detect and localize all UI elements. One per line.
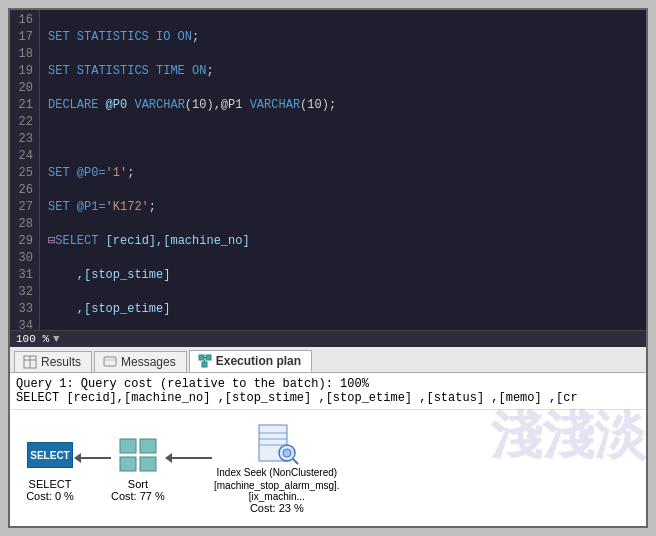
svg-rect-5 — [199, 355, 204, 360]
arrow-1 — [74, 453, 111, 463]
zoom-bar: 100 % ▼ — [10, 330, 646, 347]
svg-rect-7 — [202, 362, 207, 367]
index-seek-label2: [machine_stop_alarm_msg].[ix_machin... — [212, 480, 342, 502]
arrow-line-1 — [81, 457, 111, 459]
index-seek-label: Index Seek (NonClustered) — [217, 467, 338, 478]
tab-messages-label: Messages — [121, 355, 176, 369]
query-cost-line: Query 1: Query cost (relative to the bat… — [16, 377, 640, 391]
tab-results[interactable]: Results — [14, 351, 92, 372]
query-select-line: SELECT [recid],[machine_no] ,[stop_stime… — [16, 391, 640, 405]
zoom-dropdown-icon[interactable]: ▼ — [53, 333, 60, 345]
select-node-label: SELECT — [29, 478, 72, 490]
zoom-level: 100 % — [16, 333, 49, 345]
svg-rect-11 — [140, 439, 156, 453]
index-seek-cost: Cost: 23 % — [250, 502, 304, 514]
arrow-line-2 — [172, 457, 212, 459]
svg-rect-3 — [104, 357, 116, 366]
select-node-cost: Cost: 0 % — [26, 490, 74, 502]
select-node[interactable]: SELECT SELECT Cost: 0 % — [26, 434, 74, 502]
select-icon: SELECT — [26, 434, 74, 476]
index-seek-node[interactable]: Index Seek (NonClustered) [machine_stop_… — [212, 423, 342, 514]
message-icon — [103, 355, 117, 369]
svg-rect-13 — [140, 457, 156, 471]
table-icon — [23, 355, 37, 369]
sort-node-cost: Cost: 77 % — [111, 490, 165, 502]
index-seek-icon — [253, 423, 301, 465]
svg-rect-12 — [120, 457, 136, 471]
tab-execution-plan[interactable]: Execution plan — [189, 350, 312, 372]
tab-results-label: Results — [41, 355, 81, 369]
arrow-2 — [165, 453, 212, 463]
results-panel: Query 1: Query cost (relative to the bat… — [10, 373, 646, 526]
svg-point-19 — [283, 449, 291, 457]
tabs-bar: Results Messages Execution — [10, 347, 646, 373]
plan-icon — [198, 354, 212, 368]
sort-icon — [114, 434, 162, 476]
arrow-tip-1 — [74, 453, 81, 463]
sort-node[interactable]: Sort Cost: 77 % — [111, 434, 165, 502]
svg-rect-6 — [206, 355, 211, 360]
arrow-tip-2 — [165, 453, 172, 463]
execution-diagram: SELECT SELECT Cost: 0 % — [10, 410, 646, 526]
watermark: 淺淺淡 — [490, 410, 646, 462]
code-content[interactable]: SET STATISTICS IO ON; SET STATISTICS TIM… — [40, 10, 646, 330]
main-window: 16 17 18 19 20 21 22 23 24 25 26 27 28 2… — [8, 8, 648, 528]
code-editor: 16 17 18 19 20 21 22 23 24 25 26 27 28 2… — [10, 10, 646, 330]
tab-execution-plan-label: Execution plan — [216, 354, 301, 368]
line-numbers: 16 17 18 19 20 21 22 23 24 25 26 27 28 2… — [10, 10, 40, 330]
tab-messages[interactable]: Messages — [94, 351, 187, 372]
query-info: Query 1: Query cost (relative to the bat… — [10, 373, 646, 410]
svg-rect-10 — [120, 439, 136, 453]
svg-line-20 — [293, 459, 298, 464]
sort-node-label: Sort — [128, 478, 148, 490]
